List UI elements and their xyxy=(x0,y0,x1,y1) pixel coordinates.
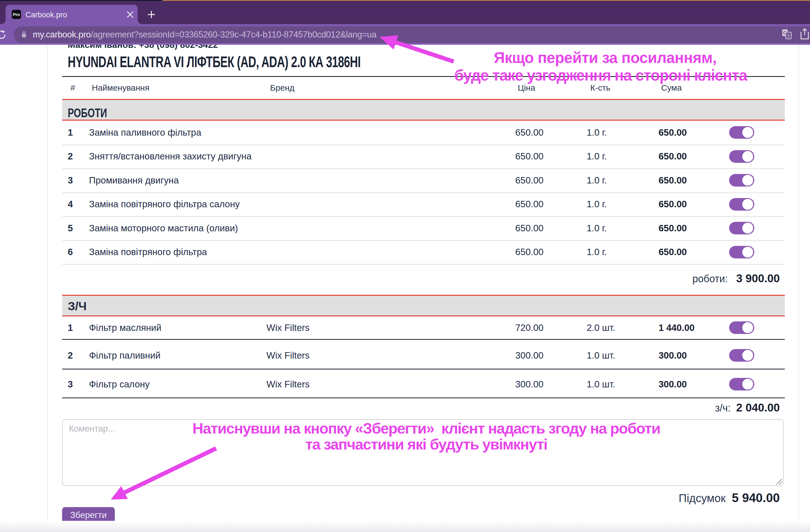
svg-text:文: 文 xyxy=(787,33,791,38)
